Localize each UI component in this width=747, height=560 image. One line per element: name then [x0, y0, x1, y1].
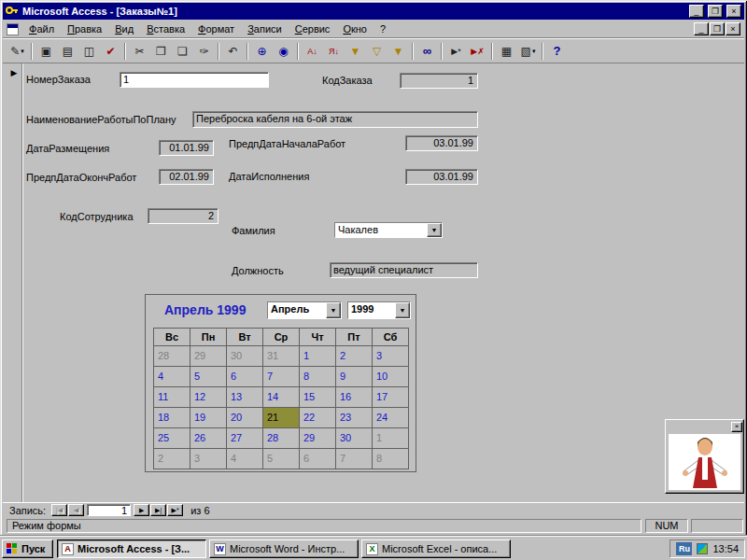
planned-start-field[interactable]: 03.01.99	[405, 135, 478, 151]
taskbar-task-access[interactable]: A Microsoft Access - [З...	[57, 539, 206, 558]
calendar-day[interactable]: 15	[300, 387, 336, 408]
work-name-field[interactable]: Переброска кабеля на 6-ой этаж	[192, 111, 478, 128]
minimize-button[interactable]: _	[689, 5, 704, 18]
record-selector-bar[interactable]: ▶	[7, 63, 22, 502]
calendar-day[interactable]: 26	[190, 428, 227, 449]
find-button[interactable]: ∞	[416, 41, 438, 61]
format-painter-button[interactable]: ✑	[193, 41, 215, 61]
calendar-day[interactable]: 28	[263, 428, 300, 449]
access-key-icon[interactable]	[6, 5, 19, 18]
surname-combobox[interactable]: Чакалев ▼	[334, 222, 443, 238]
menu-file[interactable]: Файл	[22, 21, 61, 36]
placement-date-field[interactable]: 01.01.99	[159, 140, 214, 156]
calendar-day[interactable]: 17	[373, 387, 409, 408]
calendar-day-selected[interactable]: 21	[263, 408, 300, 428]
new-object-button[interactable]: ▧	[517, 41, 539, 61]
taskbar-task-excel[interactable]: X Microsoft Excel - описа...	[361, 539, 511, 558]
view-button[interactable]: ✎	[7, 41, 28, 61]
prev-record-button[interactable]: ◀	[68, 504, 84, 516]
calendar-day[interactable]: 31	[263, 346, 300, 367]
menu-records[interactable]: Записи	[241, 21, 289, 36]
menu-format[interactable]: Формат	[191, 21, 241, 36]
child-minimize-button[interactable]: _	[694, 22, 709, 35]
calendar-day[interactable]: 27	[227, 428, 263, 449]
calendar-day[interactable]: 22	[300, 408, 336, 428]
last-record-button[interactable]: ▶|	[150, 504, 166, 516]
menu-tools[interactable]: Сервис	[289, 21, 337, 36]
calendar-day[interactable]: 7	[263, 367, 300, 387]
completion-date-field[interactable]: 03.01.99	[405, 169, 478, 185]
calendar-day[interactable]: 30	[336, 428, 373, 449]
calendar-day[interactable]: 4	[227, 449, 263, 469]
calendar-day[interactable]: 5	[263, 449, 300, 469]
print-preview-button[interactable]: ◫	[78, 41, 100, 61]
calendar-day[interactable]: 24	[373, 408, 409, 428]
new-record-button[interactable]: ▶*	[445, 41, 467, 61]
calendar-day[interactable]: 30	[227, 346, 263, 367]
spelling-button[interactable]: ✔	[100, 41, 121, 61]
planned-end-field[interactable]: 02.01.99	[159, 169, 214, 185]
calendar-day[interactable]: 28	[154, 346, 190, 367]
filter-by-form-button[interactable]: ▽	[366, 41, 388, 61]
calendar-day[interactable]: 5	[190, 367, 227, 387]
copy-button[interactable]: ❐	[150, 41, 172, 61]
apply-filter-button[interactable]: ▼	[388, 41, 409, 61]
sort-descending-button[interactable]: Я↓	[323, 41, 345, 61]
menu-view[interactable]: Вид	[108, 21, 140, 36]
help-button[interactable]: ?	[546, 41, 568, 61]
new-record-nav-button[interactable]: ▶*	[167, 504, 183, 516]
menu-help[interactable]: ?	[374, 21, 392, 36]
record-number-input[interactable]: 1	[87, 504, 131, 516]
language-indicator[interactable]: Ru	[676, 542, 692, 555]
form-icon[interactable]	[7, 23, 19, 35]
calendar-day[interactable]: 1	[300, 346, 336, 367]
calendar-day[interactable]: 12	[190, 387, 227, 408]
print-button[interactable]: ▤	[57, 41, 78, 61]
calendar-day[interactable]: 1	[373, 428, 409, 449]
popup-close-button[interactable]: ×	[731, 422, 742, 432]
calendar-day[interactable]: 3	[373, 346, 409, 367]
delete-record-button[interactable]: ▶✗	[467, 41, 488, 61]
calendar-year-combobox[interactable]: 1999 ▼	[347, 301, 411, 319]
menu-edit[interactable]: Правка	[61, 21, 108, 36]
calendar-day[interactable]: 29	[300, 428, 336, 449]
insert-hyperlink-button[interactable]: ⊕	[251, 41, 273, 61]
calendar-day[interactable]: 11	[154, 387, 190, 408]
calendar-day[interactable]: 3	[190, 449, 227, 469]
dropdown-arrow-icon[interactable]: ▼	[427, 223, 442, 237]
filter-by-selection-button[interactable]: ▼	[345, 41, 366, 61]
calendar-day[interactable]: 9	[336, 367, 373, 387]
child-close-button[interactable]: ×	[726, 22, 740, 35]
calendar-month-combobox[interactable]: Апрель ▼	[267, 301, 342, 319]
paste-button[interactable]: ❏	[172, 41, 193, 61]
calendar-day[interactable]: 6	[227, 367, 263, 387]
calendar-day[interactable]: 6	[300, 449, 336, 469]
close-button[interactable]: ×	[726, 5, 741, 18]
tray-icon[interactable]	[697, 543, 708, 554]
calendar-day[interactable]: 8	[300, 367, 336, 387]
order-number-input[interactable]: 1	[120, 72, 269, 88]
employee-code-field[interactable]: 2	[148, 208, 218, 224]
first-record-button[interactable]: |◀	[51, 504, 67, 516]
calendar-day[interactable]: 13	[227, 387, 263, 408]
position-field[interactable]: ведущий специалист	[330, 262, 478, 278]
save-button[interactable]: ▣	[35, 41, 57, 61]
month-dropdown-arrow-icon[interactable]: ▼	[326, 302, 341, 318]
sort-ascending-button[interactable]: А↓	[302, 41, 323, 61]
restore-button[interactable]: ❐	[708, 5, 723, 18]
calendar-day[interactable]: 29	[190, 346, 227, 367]
menu-insert[interactable]: Вставка	[140, 21, 191, 36]
menu-window[interactable]: Окно	[336, 21, 374, 36]
year-dropdown-arrow-icon[interactable]: ▼	[395, 302, 410, 318]
start-button[interactable]: Пуск	[2, 539, 53, 558]
order-code-field[interactable]: 1	[400, 73, 478, 89]
calendar-day[interactable]: 18	[154, 408, 190, 428]
calendar-day[interactable]: 16	[336, 387, 373, 408]
taskbar-clock[interactable]: 13:54	[712, 543, 739, 554]
calendar-day[interactable]: 4	[154, 367, 190, 387]
cut-button[interactable]: ✂	[129, 41, 150, 61]
next-record-button[interactable]: ▶	[134, 504, 149, 516]
calendar-day[interactable]: 7	[336, 449, 373, 469]
calendar-day[interactable]: 25	[154, 428, 190, 449]
calendar-day[interactable]: 8	[373, 449, 409, 469]
